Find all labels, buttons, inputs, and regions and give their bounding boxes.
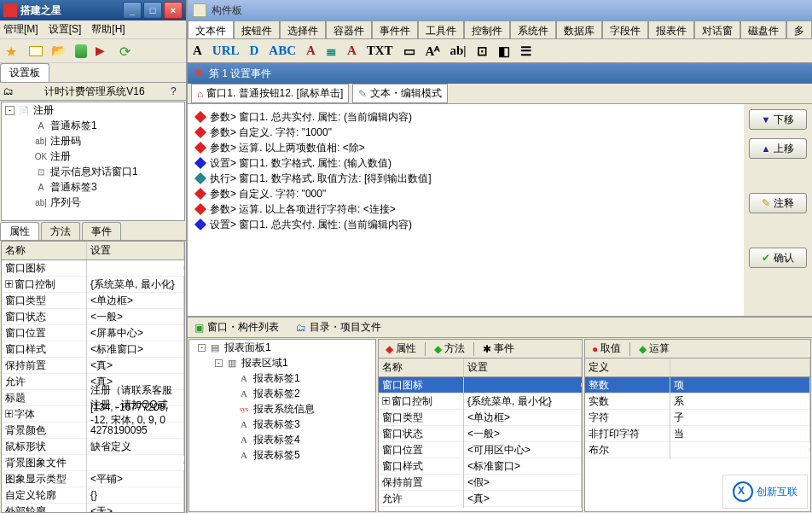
component-tool-icon[interactable]: ⊡ [477,44,488,59]
tree-item[interactable]: ab|注册码 [2,133,184,149]
menu-settings[interactable]: 设置[S] [49,22,82,37]
event-line[interactable]: 参数> 自定义. 字符: "1000" [196,125,735,140]
property-row[interactable]: 外部轮廓<无> [2,504,184,513]
open-icon[interactable]: 📂 [51,44,67,59]
property-row[interactable]: +窗口控制{系统菜单, 最小化} [379,393,582,410]
tab-calc[interactable]: ◆运算 [632,340,676,358]
event-line[interactable]: 参数> 窗口1. 总共实付. 属性: (当前编辑内容) [196,109,735,125]
tab-prop[interactable]: ◆属性 [379,340,423,358]
component-tab[interactable]: 控制件 [464,20,510,38]
tab-settings-panel[interactable]: 设置板 [0,63,49,82]
menu-manage[interactable]: 管理[M] [3,22,38,37]
component-tool-icon[interactable]: ABC [269,44,296,58]
property-row[interactable]: 保持前置<真> [2,358,184,374]
tree-item[interactable]: ab|序列号 [2,195,184,210]
value-row[interactable]: 布尔 [585,442,810,458]
component-tab[interactable]: 容器件 [326,20,372,38]
property-row[interactable]: +字体[134, -16777208, -12, 宋体, 0, 9, 0 [2,406,184,423]
tab-value[interactable]: ●取值 [585,340,628,358]
report-tree-item[interactable]: -▥报表区域1 [189,355,375,370]
tree-item[interactable]: ⊡提示信息对话窗口1 [2,164,184,179]
property-row[interactable]: 窗口状态<一般> [379,426,582,442]
event-line[interactable]: 执行> 窗口1. 数字格式. 取值方法: [得到输出数值] [196,171,735,186]
component-tool-icon[interactable]: ▭ [403,44,415,59]
property-row[interactable]: 保持前置<假> [379,475,582,491]
property-row[interactable]: +窗口控制{系统菜单, 最小化} [2,277,184,293]
comment-button[interactable]: ✎注释 [749,193,807,213]
event-tab-1[interactable]: ⌂ 窗口1. 普通按钮12. [鼠标单击] [191,84,349,103]
property-row[interactable]: 鼠标形状缺省定义 [2,439,184,455]
star-icon[interactable]: ★ [5,44,20,59]
component-tool-icon[interactable]: Aᴬ [426,44,440,59]
help-icon[interactable]: ? [171,85,183,97]
component-tool-icon[interactable]: D [250,44,259,58]
menu-help[interactable]: 帮助[H] [91,22,125,37]
close-button[interactable]: × [164,2,183,19]
property-grid-2[interactable]: ◆属性 ◆方法 ✱事件 名称 设置 窗口图标+窗口控制{系统菜单, 最小化}窗口… [378,339,583,512]
report-tree[interactable]: -▤报表面板1-▥报表区域1A报表标签1A报表标签2sys报表系统信息A报表标签… [188,339,376,512]
component-tool-icon[interactable]: ☰ [520,44,531,59]
tab-methods[interactable]: 方法 [41,222,80,240]
component-tool-icon[interactable]: A [193,44,202,58]
new-icon[interactable] [29,46,43,56]
event-tab-2[interactable]: ✎ 文本・编辑模式 [352,84,448,103]
property-row[interactable]: 窗口图标 [2,260,184,277]
event-line[interactable]: 设置> 窗口1. 数字格式. 属性: (输入数值) [196,155,735,171]
property-row[interactable]: 窗口样式<标准窗口> [379,458,582,475]
component-tab[interactable]: 按钮件 [234,20,280,38]
minimize-button[interactable]: _ [123,2,142,19]
tab-method[interactable]: ◆方法 [427,340,472,358]
tree-item[interactable]: A普通标签3 [2,179,184,195]
component-tab[interactable]: 对话窗 [694,20,740,38]
tree-item[interactable]: -📄注册 [2,102,184,118]
tab-project-files[interactable]: 🗂目录・项目文件 [296,320,381,335]
component-tool-icon[interactable]: A [347,44,357,58]
report-tree-item[interactable]: A报表标签2 [189,386,375,401]
component-tool-icon[interactable]: URL [212,44,240,58]
component-tool-icon[interactable]: ◧ [498,44,510,59]
move-up-button[interactable]: ▲上移 [749,138,807,159]
value-row[interactable]: 整数项 [585,377,810,393]
play-icon[interactable]: ▶ [96,44,111,59]
property-row[interactable]: 窗口类型<单边框> [379,410,582,426]
component-tool-icon[interactable]: ab| [450,44,466,58]
component-tab[interactable]: 文本件 [188,20,234,38]
component-tab[interactable]: 系统件 [510,20,556,38]
tab-component-list[interactable]: ▣窗口・构件列表 [194,320,279,335]
tree-item[interactable]: A普通标签1 [2,118,184,133]
component-tab[interactable]: 磁盘件 [740,20,786,38]
property-row[interactable]: 自定义轮廓{} [2,487,184,504]
tree-item[interactable]: OK注册 [2,149,184,164]
event-line[interactable]: 参数> 运算. 以上两项数值相: <除> [196,140,735,155]
component-tab[interactable]: 多 [786,20,812,38]
database-icon[interactable] [75,44,87,58]
value-row[interactable]: 非打印字符当 [585,426,810,442]
property-row[interactable]: 窗口状态<一般> [2,309,184,325]
tab-events[interactable]: 事件 [82,222,121,240]
report-tree-item[interactable]: A报表标签1 [189,370,375,386]
component-tool-icon[interactable]: ≣ [326,44,337,59]
component-tab[interactable]: 选择件 [280,20,326,38]
tab-event[interactable]: ✱事件 [476,340,521,358]
event-line[interactable]: 参数> 运算. 以上各项进行字符串: <连接> [196,201,735,217]
report-tree-item[interactable]: A报表标签5 [189,447,375,463]
event-line[interactable]: 参数> 自定义. 字符: "000" [196,186,735,201]
property-row[interactable]: 窗口位置<可用区中心> [379,442,582,458]
report-tree-item[interactable]: A报表标签3 [189,417,375,432]
maximize-button[interactable]: □ [143,2,162,19]
property-row[interactable]: 窗口样式<标准窗口> [2,341,184,358]
report-tree-item[interactable]: -▤报表面板1 [189,340,375,355]
component-tab[interactable]: 事件件 [372,20,418,38]
component-tree[interactable]: -📄注册A普通标签1ab|注册码OK注册⊡提示信息对话窗口1A普通标签3ab|序… [1,102,185,221]
property-row[interactable]: 窗口位置<屏幕中心> [2,325,184,341]
confirm-button[interactable]: ✔确认 [749,248,807,268]
value-row[interactable]: 字符子 [585,410,810,426]
component-tab[interactable]: 数据库 [556,20,602,38]
component-tab[interactable]: 字段件 [602,20,648,38]
property-row[interactable]: 背景图象文件 [2,455,184,471]
property-row[interactable]: 背景颜色4278190095 [2,423,184,439]
component-tab[interactable]: 报表件 [648,20,694,38]
component-tool-icon[interactable]: TXT [367,44,393,58]
refresh-icon[interactable]: ⟳ [119,44,135,59]
property-row[interactable]: 图象显示类型<平铺> [2,471,184,487]
